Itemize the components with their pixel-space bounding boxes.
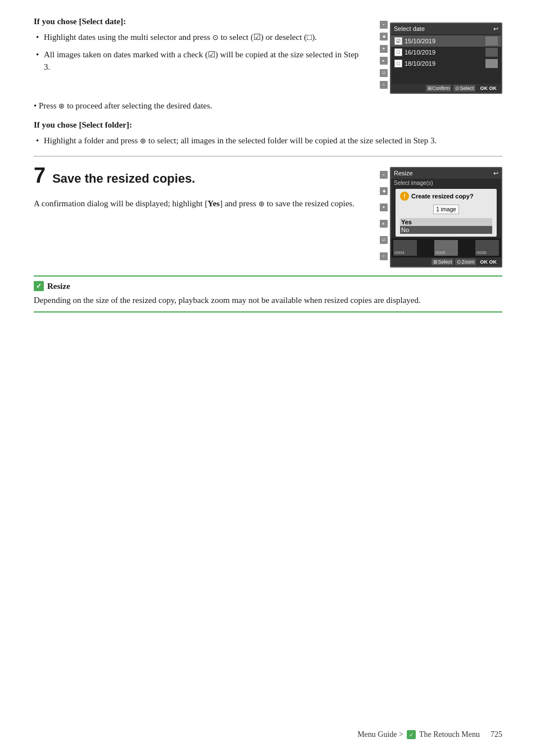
image-count-box: 1 image	[433, 205, 459, 214]
date3-thumb	[485, 59, 498, 68]
yes-option[interactable]: Yes	[400, 218, 492, 226]
step-body-text: A confirmation dialog will be displayed;…	[34, 197, 365, 210]
check-symbol-2: ☑	[208, 50, 215, 59]
film-thumb-3: 0006	[475, 240, 499, 256]
select-date-text: If you chose [Select date]: Highlight da…	[34, 17, 365, 94]
side-icons-left: ▪ ◆ ✦ ▸ ☑ ≡	[379, 17, 389, 94]
date1-check: ☑	[394, 37, 402, 45]
select-folder-heading: If you chose [Select folder]:	[34, 120, 502, 130]
date-row-2: □ 16/10/2019	[391, 47, 501, 58]
footer-retouch-icon: ✓	[407, 730, 416, 739]
date1-thumb	[485, 37, 498, 46]
film-thumb-1: 0004	[393, 240, 417, 256]
select-folder-section: If you chose [Select folder]: Highlight …	[34, 120, 502, 147]
ok-circle-icon: ⊛	[58, 102, 65, 110]
resize-ok-btn: OK OK	[478, 259, 499, 265]
screen-body: ☑ 15/10/2019 □ 16/10/2019 □ 18/10/2019	[391, 34, 501, 70]
resize-footer: ⊞Select ⊙Zoom OK OK	[391, 257, 501, 266]
step-7-section: 7 Save the resized copies. A confirmatio…	[34, 165, 502, 268]
dialog-title: ! Create resized copy?	[400, 192, 492, 201]
note-divider-bottom	[34, 311, 502, 313]
side-icon-r6: ≡	[380, 252, 388, 260]
side-icon-2: ◆	[380, 33, 388, 40]
side-icon-3: ✦	[380, 45, 388, 53]
dialog-title-text: Create resized copy?	[411, 193, 474, 200]
date3-check: □	[394, 60, 402, 67]
resize-screen-wrapper: ▪ ◆ ✦ ▸ ☑ ≡ Resize ↩ Select image(s) ! C…	[379, 165, 502, 268]
date-row-1: ☑ 15/10/2019	[391, 35, 501, 47]
footer-menu-text: Menu Guide >	[357, 730, 403, 739]
check-symbol: ☑	[253, 33, 261, 42]
resize-subtitle: Select image(s)	[391, 179, 501, 187]
date2-value: 16/10/2019	[405, 49, 435, 56]
ok-circle2: ⊛	[140, 137, 146, 145]
resize-title-bar: Resize ↩	[391, 168, 501, 179]
side-icon-r4: ▸	[380, 220, 388, 228]
bullet-2: All images taken on dates marked with a …	[34, 48, 365, 74]
dialog-box: ! Create resized copy? 1 image Yes No	[396, 189, 497, 237]
note-check-icon: ✓	[34, 281, 44, 291]
select-date-section: If you chose [Select date]: Highlight da…	[34, 17, 502, 94]
image-count-row: 1 image	[400, 203, 492, 216]
date2-check: □	[394, 48, 402, 56]
note-section: ✓ Resize Depending on the size of the re…	[34, 277, 502, 311]
side-icon-r1: ▪	[380, 171, 388, 179]
resize-screen: Resize ↩ Select image(s) ! Create resize…	[390, 167, 502, 268]
count-unit: image	[441, 206, 456, 212]
press-ok-line: • Press ⊛ to proceed after selecting the…	[34, 99, 502, 112]
side-icon-r2: ◆	[380, 187, 388, 195]
circle-icon: ⊙	[212, 33, 219, 42]
confirm-btn: ⊞Confirm	[426, 85, 452, 92]
ok-btn: OK OK	[478, 85, 499, 92]
bullet1-text: Highlight dates using the multi selector…	[44, 33, 317, 42]
side-icon-r3: ✦	[380, 203, 388, 211]
screen-back-icon: ↩	[493, 25, 498, 33]
page-footer: Menu Guide > ✓ The Retouch Menu 725	[357, 730, 502, 739]
folder-bullets: Highlight a folder and press ⊛ to select…	[34, 134, 502, 147]
bullet2-text: All images taken on dates marked with a …	[44, 50, 358, 72]
footer-page-number: 725	[490, 730, 502, 739]
screen-footer: ⊞Confirm ⊙Select OK OK	[391, 84, 501, 93]
note-heading: ✓ Resize	[34, 281, 502, 291]
resize-select-btn: ⊞Select	[431, 259, 453, 265]
date3-value: 18/10/2019	[405, 60, 435, 67]
side-icon-5: ☑	[380, 69, 388, 77]
side-icons-resize: ▪ ◆ ✦ ▸ ☑ ≡	[379, 165, 389, 268]
note-text: Depending on the size of the resized cop…	[34, 294, 502, 307]
date1-value: 15/10/2019	[405, 38, 435, 44]
note-heading-text: Resize	[47, 282, 70, 291]
bullet-1: Highlight dates using the multi selector…	[34, 31, 365, 44]
film-thumb-2: 0005	[434, 240, 458, 256]
no-option[interactable]: No	[400, 226, 492, 234]
side-icon-6: ≡	[380, 81, 388, 89]
step-number: 7	[34, 165, 46, 186]
square-symbol: □	[307, 33, 312, 42]
date-row-3: □ 18/10/2019	[391, 58, 501, 69]
step-title: Save the resized copies.	[52, 171, 195, 186]
folder-bullet-text: Highlight a folder and press ⊛ to select…	[44, 136, 437, 145]
step-title-row: 7 Save the resized copies.	[34, 165, 365, 192]
select-date-heading: If you chose [Select date]:	[34, 17, 365, 26]
select-date-screen: Select date ↩ ☑ 15/10/2019 □ 16/10/2019 …	[390, 22, 502, 94]
screen-title: Select date	[394, 25, 425, 33]
side-icon-r5: ☑	[380, 236, 388, 244]
resize-title: Resize	[394, 170, 413, 177]
step-7-content: 7 Save the resized copies. A confirmatio…	[34, 165, 365, 268]
select-date-screen-wrapper: ▪ ◆ ✦ ▸ ☑ ≡ Select date ↩ ☑ 15/10/2019 □…	[379, 17, 502, 94]
filmstrip: 0004 0005 0006	[391, 238, 501, 257]
resize-zoom-btn: ⊙Zoom	[455, 259, 476, 265]
folder-bullet-1: Highlight a folder and press ⊛ to select…	[34, 134, 502, 147]
screen-spacer	[391, 70, 501, 84]
select-btn: ⊙Select	[453, 85, 475, 92]
screen-title-bar: Select date ↩	[391, 24, 501, 34]
side-icon-4: ▸	[380, 57, 388, 65]
select-date-bullets: Highlight dates using the multi selector…	[34, 31, 365, 74]
date2-thumb	[485, 48, 498, 57]
alert-icon: !	[400, 192, 409, 201]
yes-word: Yes	[208, 199, 220, 208]
step-divider	[34, 156, 502, 157]
side-icon-1: ▪	[380, 21, 388, 29]
count-value: 1	[436, 206, 439, 212]
footer-retouch-label: The Retouch Menu	[419, 730, 480, 739]
resize-back: ↩	[493, 170, 498, 177]
